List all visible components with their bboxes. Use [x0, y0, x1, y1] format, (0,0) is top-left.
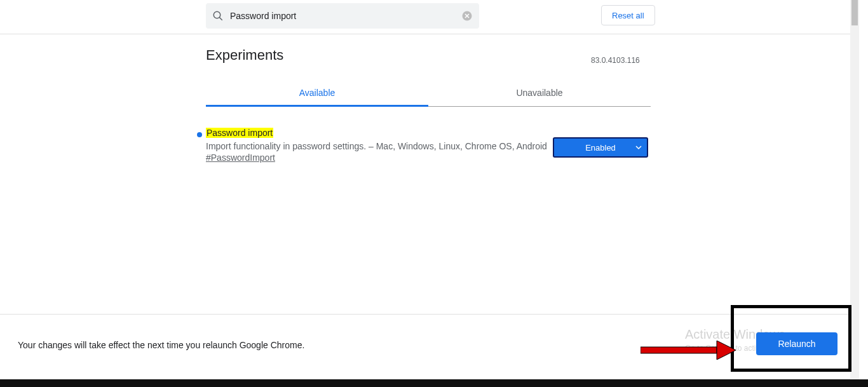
search-icon	[212, 10, 224, 22]
svg-line-1	[219, 17, 222, 20]
chevron-down-icon	[635, 144, 642, 151]
page-title: Experiments	[206, 47, 283, 64]
svg-point-0	[214, 11, 220, 18]
scrollbar-thumb[interactable]	[851, 0, 858, 25]
relaunch-message: Your changes will take effect the next t…	[18, 340, 304, 350]
tab-available-label: Available	[299, 88, 336, 98]
flag-title: Password import	[206, 128, 273, 138]
relaunch-button[interactable]: Relaunch	[756, 332, 837, 355]
relaunch-bar: Your changes will take effect the next t…	[0, 314, 859, 371]
tab-available[interactable]: Available	[206, 79, 428, 106]
flag-state-selected: Enabled	[585, 143, 616, 153]
divider	[0, 34, 859, 34]
clear-search-icon[interactable]	[461, 10, 473, 22]
flag-hash-link[interactable]: #PasswordImport	[206, 153, 275, 163]
version-label: 83.0.4103.116	[591, 56, 640, 65]
taskbar[interactable]	[0, 379, 868, 387]
vertical-scrollbar[interactable]	[850, 0, 859, 379]
tabs: Available Unavailable	[206, 79, 651, 107]
tab-unavailable-label: Unavailable	[516, 88, 562, 98]
search-box[interactable]	[206, 3, 479, 29]
reset-all-button[interactable]: Reset all	[601, 5, 655, 25]
modified-indicator-icon	[197, 132, 202, 137]
search-input[interactable]	[230, 11, 461, 21]
tab-unavailable[interactable]: Unavailable	[428, 79, 651, 106]
flag-description: Import functionality in password setting…	[206, 141, 549, 151]
flag-state-select[interactable]: Enabled	[553, 137, 648, 158]
flag-item: Password import Import functionality in …	[197, 127, 651, 163]
